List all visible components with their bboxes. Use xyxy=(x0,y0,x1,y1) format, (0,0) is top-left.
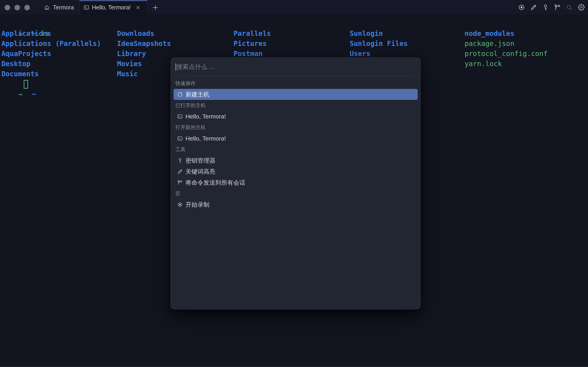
prompt-line-2: →~ xyxy=(2,79,41,109)
section-header-quick-actions: 快速操作 xyxy=(171,78,420,89)
ls-entry: Library xyxy=(117,49,171,59)
ls-entry: Sunlogin xyxy=(350,28,408,39)
ls-column-5: node_modules package.json protocol_confi… xyxy=(465,28,547,69)
ls-entry: Movies xyxy=(117,59,171,69)
ls-entry: IdeaSnapshots xyxy=(117,39,171,49)
plus-icon xyxy=(152,4,159,11)
ls-entry: Documents xyxy=(1,69,101,79)
ls-column-2: Downloads IdeaSnapshots Library Movies M… xyxy=(117,28,171,79)
palette-item-keyword-highlight[interactable]: 关键词高亮 xyxy=(174,166,418,177)
text-caret xyxy=(176,63,176,71)
tab-label: Hello, Termora! xyxy=(92,4,131,11)
record-button[interactable] xyxy=(518,4,525,11)
git-branch-icon xyxy=(177,180,183,185)
ls-entry: node_modules xyxy=(465,28,547,39)
new-tab-button[interactable] xyxy=(152,4,159,11)
palette-item-label: Hello, Termora! xyxy=(186,113,226,120)
traffic-lights xyxy=(5,5,30,10)
ls-column-4: Sunlogin Sunlogin Files Users xyxy=(350,28,408,59)
home-tab-label: Termora xyxy=(53,4,74,11)
ls-column-3: Parallels Pictures Postman xyxy=(234,28,271,59)
ls-entry: package.json xyxy=(465,39,547,49)
record-icon xyxy=(177,202,183,207)
palette-item-new-host[interactable]: 新建主机 xyxy=(174,89,418,100)
pencil-icon xyxy=(530,4,537,11)
key-icon xyxy=(542,4,549,11)
ls-entry: Parallels xyxy=(234,28,271,39)
minimize-window-button[interactable] xyxy=(15,5,20,10)
ls-entry: AquaProjects xyxy=(1,49,101,59)
new-host-icon xyxy=(177,92,183,97)
palette-item-label: 关键词高亮 xyxy=(186,168,215,176)
gear-icon xyxy=(578,4,585,11)
section-header-open-new-host: 打开新的主机 xyxy=(171,122,420,133)
prompt-arrow: → xyxy=(18,89,32,99)
palette-item-label: 密钥管理器 xyxy=(186,157,215,165)
ls-entry: Applications xyxy=(1,28,101,39)
ls-entry: Applications (Parallels) xyxy=(1,39,101,49)
palette-item-start-recording[interactable]: 开始录制 xyxy=(174,199,418,210)
toolbar xyxy=(518,4,585,11)
keyword-highlight-button[interactable] xyxy=(530,4,537,11)
palette-item-label: Hello, Termora! xyxy=(186,135,226,142)
ls-entry: Downloads xyxy=(117,28,171,39)
ls-column-1: Applications Applications (Parallels) Aq… xyxy=(1,28,101,79)
record-icon xyxy=(518,4,525,11)
command-palette: 快速操作 新建主机 已打开的主机 Hello, Termora! 打开新的主机 xyxy=(170,58,421,309)
ls-entry: Desktop xyxy=(1,59,101,69)
palette-search xyxy=(171,58,420,76)
search-icon xyxy=(566,4,573,11)
palette-item-open-new-host[interactable]: Hello, Termora! xyxy=(174,133,418,144)
palette-item-opened-host[interactable]: Hello, Termora! xyxy=(174,111,418,122)
search-input[interactable] xyxy=(171,58,420,76)
search-button[interactable] xyxy=(566,4,573,11)
pencil-icon xyxy=(177,169,183,174)
divider xyxy=(175,76,416,76)
key-icon xyxy=(177,158,183,163)
ls-entry: yarn.lock xyxy=(465,59,547,69)
ls-entry: Music xyxy=(117,69,171,79)
palette-item-send-command-all-sessions[interactable]: 将命令发送到所有会话 xyxy=(174,177,418,188)
prompt-cwd: ~ xyxy=(32,89,41,99)
titlebar: Termora Hello, Termora! xyxy=(0,0,588,15)
home-tab[interactable]: Termora xyxy=(39,0,79,15)
ls-entry: Pictures xyxy=(234,39,271,49)
tab-hello-termora[interactable]: Hello, Termora! xyxy=(79,0,147,15)
home-icon xyxy=(44,5,50,10)
ls-entry: protocol_config.conf xyxy=(465,49,547,59)
terminal-icon xyxy=(84,5,89,10)
section-header-opened-hosts: 已打开的主机 xyxy=(171,100,420,111)
palette-item-label: 开始录制 xyxy=(186,201,209,209)
section-header-macro: 宏 xyxy=(171,188,420,199)
palette-item-label: 将命令发送到所有会话 xyxy=(186,179,245,187)
palette-list: 快速操作 新建主机 已打开的主机 Hello, Termora! 打开新的主机 xyxy=(171,78,420,210)
terminal-cursor xyxy=(24,80,28,89)
broadcast-command-button[interactable] xyxy=(554,4,561,11)
palette-item-key-manager[interactable]: 密钥管理器 xyxy=(174,155,418,166)
section-header-tools: 工具 xyxy=(171,144,420,155)
terminal-icon xyxy=(177,114,183,119)
tab-close-icon[interactable] xyxy=(135,5,140,10)
zoom-window-button[interactable] xyxy=(24,5,30,10)
ls-entry: Sunlogin Files xyxy=(350,39,408,49)
git-branch-icon xyxy=(554,4,561,11)
close-window-button[interactable] xyxy=(5,5,10,10)
palette-item-label: 新建主机 xyxy=(186,91,209,99)
key-manager-button[interactable] xyxy=(542,4,549,11)
settings-button[interactable] xyxy=(578,4,585,11)
terminal-icon xyxy=(177,136,183,141)
